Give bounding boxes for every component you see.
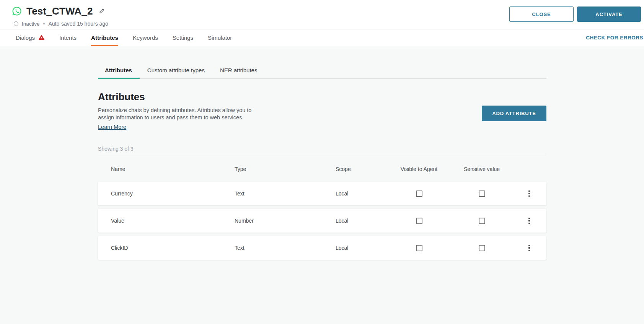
attribute-name: Currency [111, 190, 235, 197]
autosave-text: Auto-saved 15 hours ago [48, 21, 108, 27]
sensitive-value-checkbox[interactable] [479, 190, 485, 197]
visible-to-agent-checkbox[interactable] [416, 190, 422, 197]
activate-button[interactable]: ACTIVATE [577, 7, 641, 22]
attributes-subtabs: Attributes Custom attribute types NER at… [98, 63, 546, 79]
check-for-errors-button[interactable]: CHECK FOR ERRORS [586, 35, 643, 41]
warning-icon [38, 34, 45, 41]
attribute-scope: Local [336, 190, 386, 197]
main-tab-bar: Dialogs Intents Attributes Keywords Sett… [0, 29, 644, 46]
section-description: Personalize chats by defining attributes… [98, 107, 251, 121]
table-row: ClickID Text Local [98, 236, 546, 260]
section-title: Attributes [98, 91, 251, 103]
app-header: Test_CTWA_2 Inactive • Auto-saved 15 hou… [0, 0, 644, 29]
table-header-row: Name Type Scope Visible to Agent Sensiti… [98, 156, 546, 182]
page-title: Test_CTWA_2 [26, 5, 93, 17]
attribute-name: ClickID [111, 245, 235, 251]
attribute-type: Number [235, 218, 336, 224]
sensitive-value-checkbox[interactable] [479, 245, 485, 251]
header-buttons: CLOSE ACTIVATE [509, 7, 641, 22]
close-button[interactable]: CLOSE [509, 7, 574, 22]
visible-to-agent-checkbox[interactable] [416, 245, 422, 251]
attribute-type: Text [235, 245, 336, 251]
description-line-2: assign information to users and pass the… [98, 114, 251, 121]
subtab-custom-attribute-types[interactable]: Custom attribute types [140, 63, 212, 78]
content-area: Attributes Custom attribute types NER at… [0, 63, 644, 260]
column-header-visible-to-agent: Visible to Agent [401, 166, 437, 172]
tab-dialogs-label: Dialogs [16, 34, 35, 41]
tab-settings-label: Settings [173, 34, 193, 41]
showing-count: Showing 3 of 3 [98, 146, 546, 152]
row-menu-kebab-icon[interactable] [527, 243, 532, 253]
sensitive-value-checkbox[interactable] [479, 218, 485, 224]
row-menu-kebab-icon[interactable] [527, 189, 532, 199]
status-separator: • [43, 21, 45, 27]
table-row: Value Number Local [98, 209, 546, 233]
subtab-attributes[interactable]: Attributes [98, 63, 140, 78]
edit-title-button[interactable] [98, 7, 106, 15]
visible-to-agent-checkbox[interactable] [416, 218, 422, 224]
whatsapp-icon [11, 6, 22, 16]
subtab-ner-attributes[interactable]: NER attributes [212, 63, 265, 78]
attribute-scope: Local [336, 218, 386, 224]
tab-settings[interactable]: Settings [173, 29, 193, 46]
status-inactive-icon [14, 21, 18, 26]
tab-simulator-label: Simulator [208, 34, 232, 41]
column-header-name: Name [111, 166, 235, 172]
column-header-sensitive-value: Sensitive value [464, 166, 500, 172]
tab-dialogs[interactable]: Dialogs [16, 29, 45, 46]
row-menu-kebab-icon[interactable] [527, 216, 532, 226]
section-header: Attributes Personalize chats by defining… [98, 91, 546, 130]
pencil-icon [98, 7, 106, 15]
description-line-1: Personalize chats by defining attributes… [98, 107, 251, 114]
tab-attributes[interactable]: Attributes [91, 29, 118, 46]
status-label: Inactive [22, 21, 40, 27]
attribute-name: Value [111, 218, 235, 224]
attribute-scope: Local [336, 245, 386, 251]
table-row: Currency Text Local [98, 182, 546, 205]
column-header-type: Type [235, 166, 336, 172]
tab-simulator[interactable]: Simulator [208, 29, 232, 46]
add-attribute-button[interactable]: ADD ATTRIBUTE [482, 106, 546, 121]
tab-keywords-label: Keywords [133, 34, 158, 41]
tab-intents[interactable]: Intents [59, 29, 77, 46]
tab-intents-label: Intents [59, 34, 77, 41]
learn-more-link[interactable]: Learn More [98, 124, 126, 130]
tab-keywords[interactable]: Keywords [133, 29, 158, 46]
attribute-type: Text [235, 190, 336, 197]
column-header-scope: Scope [336, 166, 386, 172]
tab-attributes-label: Attributes [91, 34, 118, 41]
